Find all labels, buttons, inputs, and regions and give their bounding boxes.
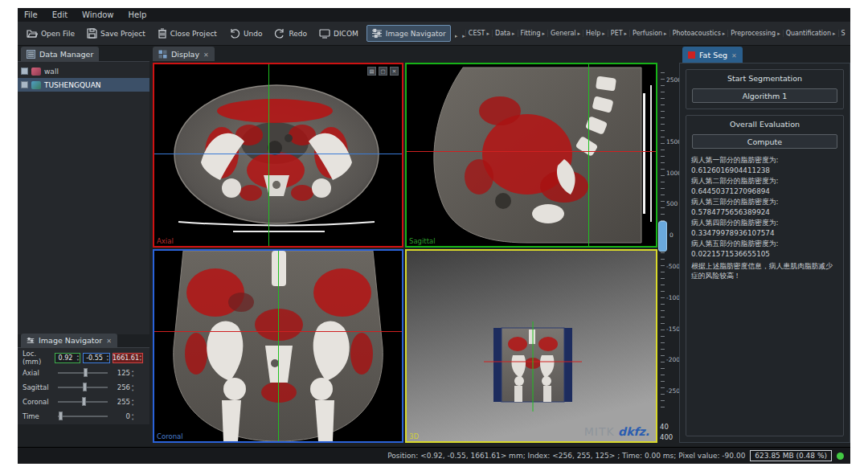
view-menu-label: Preprocessing bbox=[731, 30, 776, 37]
view-menu-cest[interactable]: CEST bbox=[465, 30, 492, 37]
overflow-arrow-icon[interactable] bbox=[455, 26, 458, 41]
menu-file[interactable]: File bbox=[24, 10, 38, 19]
view-menu-photoacoustics[interactable]: Photoacoustics bbox=[669, 30, 728, 37]
spinner-arrows-icon[interactable] bbox=[132, 412, 133, 421]
redo-label: Redo bbox=[289, 30, 307, 38]
data-node-wall[interactable]: wall bbox=[18, 64, 149, 78]
surface-node-icon bbox=[31, 68, 41, 76]
slider-handle[interactable] bbox=[83, 383, 87, 391]
crosshair-coronal-line[interactable] bbox=[154, 154, 402, 154]
data-node-label: TUSHENGQUAN bbox=[44, 81, 101, 89]
close-project-button[interactable]: Close Project bbox=[154, 26, 221, 41]
menu-edit[interactable]: Edit bbox=[52, 10, 68, 19]
viewport-corner-controls: ▤ ▢ ✕ bbox=[367, 67, 399, 76]
level-window-slider[interactable]: 2500 1500 1000 500 0 -500 -1000 -1500 -2… bbox=[660, 63, 679, 443]
dicom-button[interactable]: DICOM bbox=[315, 26, 362, 41]
compute-button[interactable]: Compute bbox=[692, 134, 837, 149]
data-manager-tree: wall TUSHENGQUAN bbox=[18, 61, 149, 334]
image-node-icon bbox=[31, 81, 41, 89]
close-icon[interactable] bbox=[731, 51, 737, 59]
save-project-button[interactable]: Save Project bbox=[83, 26, 149, 41]
data-node-tushengquan[interactable]: TUSHENGQUAN bbox=[18, 78, 149, 92]
menu-help[interactable]: Help bbox=[129, 10, 147, 19]
crosshair-sagittal-line[interactable] bbox=[268, 64, 269, 246]
crosshair-axial-line[interactable] bbox=[407, 151, 656, 152]
submenu-arrow-icon bbox=[542, 30, 546, 37]
view-menu-quantification[interactable]: Quantification bbox=[783, 30, 838, 37]
time-slider[interactable] bbox=[58, 416, 108, 417]
mitk-logo-text: MITK bbox=[584, 425, 615, 438]
view-menu-preprocessing[interactable]: Preprocessing bbox=[727, 30, 782, 37]
tab-label: Display bbox=[171, 50, 199, 59]
result-line: 病人第二部分的脂肪密度为: 0.6445037127096894 bbox=[691, 176, 838, 197]
spinner-arrows-icon[interactable] bbox=[132, 383, 133, 392]
slider-value: 125 bbox=[108, 369, 130, 377]
undo-button[interactable]: Undo bbox=[225, 26, 267, 41]
visibility-checkbox[interactable] bbox=[21, 68, 28, 75]
view-menu-data[interactable]: Data bbox=[492, 30, 518, 37]
slider-value: 0 bbox=[108, 412, 130, 420]
view-menu-help[interactable]: Help bbox=[583, 30, 608, 37]
viewport-menu-icon[interactable]: ▤ bbox=[367, 67, 376, 76]
sagittal-slider[interactable] bbox=[58, 387, 108, 388]
viewport-axial[interactable]: ▤ ▢ ✕ Axial bbox=[153, 63, 403, 248]
menu-bar: File Edit Window Help bbox=[18, 8, 850, 22]
crosshair-sagittal-line[interactable] bbox=[278, 251, 279, 441]
tab-image-navigator[interactable]: Image Navigator bbox=[21, 334, 117, 347]
crosshair-axial-line[interactable] bbox=[154, 331, 402, 332]
view-menu-fitting[interactable]: Fitting bbox=[518, 30, 547, 37]
crosshair-sagittal-line[interactable] bbox=[588, 64, 589, 246]
viewport-sagittal[interactable]: Sagittal bbox=[405, 63, 657, 248]
submenu-arrow-icon bbox=[602, 30, 605, 37]
tab-display[interactable]: Display bbox=[153, 47, 215, 61]
loc-x-spinbox[interactable]: 0.92 bbox=[55, 353, 80, 363]
loc-z-spinbox[interactable]: 1661.61 bbox=[113, 353, 143, 363]
spinner-arrows-icon[interactable] bbox=[77, 354, 79, 362]
redo-button[interactable]: Redo bbox=[270, 26, 311, 41]
view-menu-pet[interactable]: PET bbox=[608, 30, 629, 37]
axial-slider[interactable] bbox=[58, 372, 108, 374]
submenu-arrow-icon bbox=[777, 30, 780, 37]
sagittal-slider-row: Sagittal 256 bbox=[18, 382, 149, 393]
coronal-slider[interactable] bbox=[58, 401, 108, 403]
slider-handle[interactable] bbox=[59, 412, 63, 420]
result-line: 病人第三部分的脂肪密度为: 0.5784775656389924 bbox=[691, 197, 838, 218]
spinner-arrows-icon[interactable] bbox=[132, 368, 133, 378]
spinner-arrows-icon[interactable] bbox=[107, 354, 108, 362]
menu-window[interactable]: Window bbox=[82, 10, 113, 19]
viewport-coronal[interactable]: Coronal bbox=[153, 249, 403, 443]
spinner-arrows-icon[interactable] bbox=[132, 397, 133, 407]
algorithm-1-button[interactable]: Algorithm 1 bbox=[692, 88, 837, 103]
axial-ct-image bbox=[154, 64, 402, 246]
loc-z-value: 1661.61 bbox=[113, 354, 139, 362]
close-icon[interactable] bbox=[203, 50, 209, 59]
spinner-arrows-icon[interactable] bbox=[140, 354, 141, 362]
viewport-3d[interactable]: 3D MITK dkfz. bbox=[405, 249, 657, 443]
viewport-crosshair-toggle-icon[interactable]: ✕ bbox=[390, 67, 399, 76]
tab-label: Data Manager bbox=[39, 50, 93, 59]
slider-handle[interactable] bbox=[84, 368, 88, 377]
view-menu-segmentation[interactable]: Segmentation bbox=[838, 30, 845, 37]
open-file-icon bbox=[27, 28, 38, 39]
tab-fat-seg[interactable]: Fat Seg bbox=[682, 47, 743, 63]
close-project-icon bbox=[158, 28, 167, 39]
tab-data-manager[interactable]: Data Manager bbox=[21, 47, 99, 61]
submenu-arrow-icon bbox=[486, 30, 489, 37]
close-icon[interactable] bbox=[106, 336, 112, 345]
viewport-label: 3D bbox=[409, 432, 419, 440]
visibility-checkbox[interactable] bbox=[21, 81, 28, 88]
location-row: Loc. (mm) 0.92 -0.55 1661.61 bbox=[18, 352, 149, 363]
view-menu-general[interactable]: General bbox=[547, 30, 583, 37]
open-file-button[interactable]: Open File bbox=[23, 26, 79, 41]
image-navigator-panel: Loc. (mm) 0.92 -0.55 1661.61 Axial 125 S… bbox=[18, 347, 149, 424]
open-file-label: Open File bbox=[41, 30, 75, 38]
memory-status-dot-icon bbox=[837, 452, 844, 460]
image-navigator-button[interactable]: Image Navigator bbox=[366, 25, 451, 42]
viewport-maximize-icon[interactable]: ▢ bbox=[379, 67, 387, 76]
loc-y-spinbox[interactable]: -0.55 bbox=[83, 353, 110, 363]
view-menu-label: Quantification bbox=[786, 30, 831, 37]
slider-handle[interactable] bbox=[82, 397, 86, 406]
mitk-dkfz-logo: MITK dkfz. bbox=[584, 425, 649, 438]
view-menu-perfusion[interactable]: Perfusion bbox=[629, 30, 669, 37]
level-window-handle[interactable] bbox=[658, 221, 667, 252]
